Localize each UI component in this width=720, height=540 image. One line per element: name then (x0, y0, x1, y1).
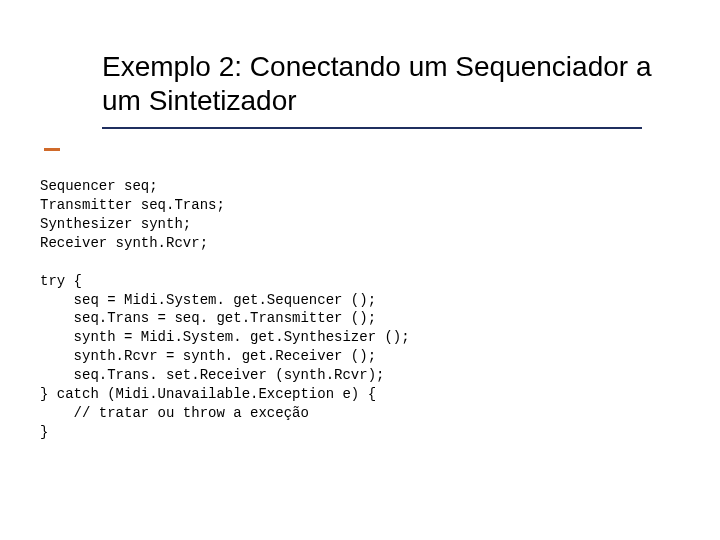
code-line: } (40, 424, 48, 440)
code-block: Sequencer seq; Transmitter seq.Trans; Sy… (40, 177, 680, 441)
code-line: } catch (Midi.Unavailable.Exception e) { (40, 386, 376, 402)
slide: Exemplo 2: Conectando um Sequenciador a … (0, 0, 720, 540)
code-line: seq.Trans = seq. get.Transmitter (); (40, 310, 376, 326)
accent-bar (44, 148, 60, 151)
code-line: Receiver synth.Rcvr; (40, 235, 208, 251)
code-line: synth = Midi.System. get.Synthesizer (); (40, 329, 410, 345)
code-line: synth.Rcvr = synth. get.Receiver (); (40, 348, 376, 364)
code-line: seq = Midi.System. get.Sequencer (); (40, 292, 376, 308)
code-line: Sequencer seq; (40, 178, 158, 194)
code-line: Synthesizer synth; (40, 216, 191, 232)
code-line: seq.Trans. set.Receiver (synth.Rcvr); (40, 367, 384, 383)
code-line: Transmitter seq.Trans; (40, 197, 225, 213)
slide-title: Exemplo 2: Conectando um Sequenciador a … (102, 50, 670, 117)
title-underline (102, 127, 642, 129)
code-line: // tratar ou throw a exceção (40, 405, 309, 421)
code-line: try { (40, 273, 82, 289)
title-block: Exemplo 2: Conectando um Sequenciador a … (102, 50, 670, 129)
